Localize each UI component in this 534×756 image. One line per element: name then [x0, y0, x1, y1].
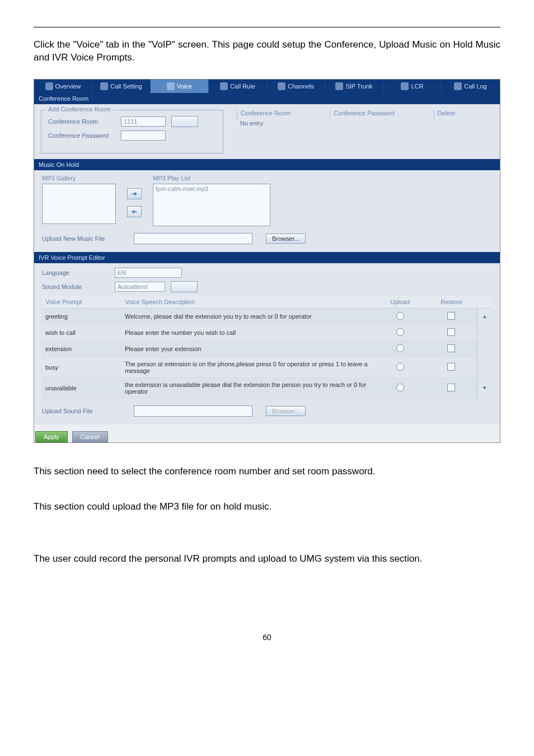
tab-label: Overview — [55, 83, 81, 90]
conference-room-input[interactable] — [121, 116, 166, 127]
tab-label: Call Log — [464, 83, 486, 90]
upload-radio[interactable] — [396, 328, 404, 336]
cell-prompt: greeting — [42, 308, 121, 324]
restore-checkbox[interactable] — [447, 328, 455, 336]
add-conference-fieldset: Add Conference Room Conference Room Conf… — [41, 110, 223, 153]
mp3-playlist-listbox[interactable]: fpm-calm-river.mp3 — [153, 184, 270, 226]
table-row: wish to call Please enter the number you… — [42, 324, 492, 340]
horizontal-rule — [34, 27, 500, 27]
upload-radio[interactable] — [396, 344, 404, 352]
move-left-button[interactable]: ➔ — [127, 206, 142, 217]
tab-label: LCR — [411, 83, 423, 90]
browser-sound-button[interactable]: Browser... — [266, 406, 306, 416]
ivr-panel-header: IVR Voice Prompt Editor — [34, 252, 500, 263]
tab-channels[interactable]: Channels — [267, 80, 325, 93]
ivr-panel-body: Language Sound Module Voice Prompt Voice… — [34, 263, 500, 424]
fieldset-legend: Add Conference Room — [46, 106, 113, 113]
conference-room-select[interactable] — [171, 116, 198, 127]
tab-bar: Overview Call Setting Voice Call Rule Ch… — [34, 80, 500, 93]
scrollbar-track[interactable] — [477, 324, 493, 340]
table-row: unavailable the extension is unavailable… — [42, 377, 492, 398]
upload-music-path-display — [134, 233, 252, 244]
upload-sound-path-display — [134, 405, 252, 417]
section-text-2: This section could upload the MP3 file f… — [34, 501, 500, 514]
upload-radio[interactable] — [396, 363, 404, 371]
playlist-item[interactable]: fpm-calm-river.mp3 — [156, 185, 208, 192]
tab-label: Voice — [177, 83, 192, 90]
scroll-up-button[interactable]: ▴ — [477, 308, 493, 324]
upload-sound-label: Upload Sound File — [42, 408, 120, 414]
tab-call-rule[interactable]: Call Rule — [209, 80, 267, 93]
call-setting-icon — [100, 82, 108, 90]
apply-button[interactable]: Apply — [35, 431, 68, 442]
col-voice-prompt: Voice Prompt — [42, 296, 121, 309]
restore-checkbox[interactable] — [447, 363, 455, 371]
mp3-gallery-listbox[interactable] — [42, 184, 116, 224]
list-entry-room: No entry — [237, 120, 291, 127]
cell-desc: Please enter the number you wish to call — [121, 324, 374, 340]
tab-overview[interactable]: Overview — [34, 80, 92, 93]
tab-call-setting[interactable]: Call Setting — [92, 80, 151, 93]
col-upload: Upload — [374, 296, 426, 309]
cell-desc: The person at extension is on the phone,… — [121, 357, 374, 377]
ivr-prompts-table: Voice Prompt Voice Speech Description Up… — [42, 296, 492, 399]
mp3-playlist-label: MP3 Play List — [153, 175, 270, 181]
tab-call-log[interactable]: Call Log — [442, 80, 500, 93]
conference-panel-header: Conference Room — [34, 93, 500, 104]
sound-module-label: Sound Module — [42, 283, 109, 290]
browser-music-button[interactable]: Browser... — [266, 234, 306, 244]
tab-label: SIP Trunk — [345, 83, 372, 90]
moh-panel-body: MP3 Gallery ➔ ➔ MP3 Play List fpm-calm-r… — [34, 170, 500, 252]
cell-prompt: busy — [42, 357, 121, 377]
section-text-1: This section need to select the conferen… — [34, 465, 500, 478]
restore-checkbox[interactable] — [447, 384, 455, 391]
tab-lcr[interactable]: LCR — [383, 80, 442, 93]
cell-prompt: extension — [42, 340, 121, 357]
sip-trunk-icon — [335, 82, 343, 90]
scroll-down-button[interactable]: ▾ — [477, 377, 493, 398]
table-row: busy The person at extension is on the p… — [42, 357, 492, 377]
tab-label: Channels — [288, 83, 313, 90]
list-header-password: Conference Password — [330, 110, 394, 120]
conference-password-input[interactable] — [121, 130, 166, 141]
cell-prompt: wish to call — [42, 324, 121, 340]
cell-desc: Please enter your extension — [121, 340, 374, 357]
move-right-button[interactable]: ➔ — [127, 188, 142, 199]
page-number: 60 — [34, 633, 500, 659]
voip-voice-screenshot: Overview Call Setting Voice Call Rule Ch… — [34, 79, 500, 443]
mp3-gallery-label: MP3 Gallery — [42, 175, 116, 181]
list-header-room: Conference Room — [237, 110, 291, 120]
upload-radio[interactable] — [396, 312, 404, 320]
col-restore: Restore — [426, 296, 477, 309]
sound-module-input[interactable] — [115, 282, 165, 292]
col-voice-desc: Voice Speech Description — [121, 296, 374, 309]
language-input[interactable] — [115, 268, 182, 278]
call-rule-icon — [220, 82, 228, 90]
conference-panel-body: Add Conference Room Conference Room Conf… — [34, 104, 500, 159]
upload-radio[interactable] — [396, 384, 404, 391]
cell-desc: the extension is unavailable please dial… — [121, 377, 374, 398]
cell-prompt: unavailable — [42, 377, 121, 398]
conference-list: Conference Room No entry Conference Pass… — [237, 110, 493, 127]
lcr-icon — [401, 82, 409, 90]
table-row: greeting Welcome, please dial the extens… — [42, 308, 492, 324]
voice-icon — [167, 82, 175, 90]
call-log-icon — [454, 82, 462, 90]
list-header-delete: Delete — [434, 110, 456, 120]
scrollbar-track[interactable] — [477, 357, 493, 377]
conference-password-label: Conference Password — [48, 132, 115, 139]
conference-room-label: Conference Room — [48, 118, 115, 125]
tab-label: Call Rule — [230, 83, 255, 90]
table-row: extension Please enter your extension — [42, 340, 492, 357]
scrollbar-track[interactable] — [477, 340, 493, 357]
tab-sip-trunk[interactable]: SIP Trunk — [325, 80, 383, 93]
overview-icon — [45, 82, 53, 90]
restore-checkbox[interactable] — [447, 312, 455, 320]
tab-label: Call Setting — [110, 83, 142, 90]
intro-paragraph: Click the "Voice" tab in the "VoIP" scre… — [34, 39, 500, 64]
upload-music-label: Upload New Music File — [42, 235, 120, 242]
cancel-button[interactable]: Cancel — [72, 431, 108, 442]
restore-checkbox[interactable] — [447, 344, 455, 352]
sound-module-select[interactable] — [171, 281, 198, 292]
tab-voice[interactable]: Voice — [151, 80, 209, 93]
